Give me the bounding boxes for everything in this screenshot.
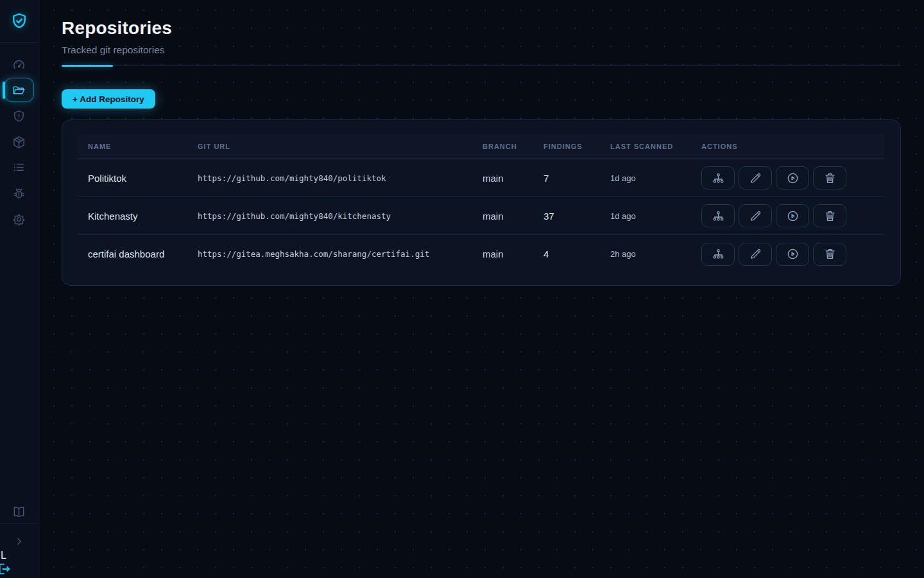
run-scan-icon [786, 209, 800, 223]
repo-branch: main [472, 211, 533, 222]
run-scan-icon [786, 247, 800, 261]
run-scan-button[interactable] [776, 204, 809, 227]
sitemap-icon [712, 171, 725, 185]
view-tree-button[interactable] [701, 204, 735, 227]
sidebar-footer-label: L [1, 550, 6, 561]
run-scan-button[interactable] [776, 243, 809, 266]
run-scan-button[interactable] [776, 166, 809, 189]
title-divider [62, 65, 901, 67]
delete-repository-button[interactable] [813, 204, 846, 227]
table-row: Kitchenasty https://github.com/mighty840… [78, 197, 885, 235]
repo-git-url: https://github.com/mighty840/politiktok [187, 173, 472, 183]
repo-last-scanned: 1d ago [600, 173, 691, 183]
edit-repository-button[interactable] [739, 243, 772, 266]
repo-actions [691, 204, 885, 227]
page-subtitle: Tracked git repositories [62, 44, 165, 56]
sidebar-item-packages[interactable] [4, 130, 34, 154]
delete-icon [823, 247, 837, 261]
main-content: Repositories Tracked git repositories + … [38, 0, 924, 578]
sidebar-item-repositories[interactable] [4, 78, 34, 102]
folder-open-icon [12, 83, 26, 98]
table-row: Politiktok https://github.com/mighty840/… [78, 159, 885, 197]
view-tree-button[interactable] [701, 166, 735, 189]
repo-actions [691, 243, 885, 266]
column-header-last-scanned: LAST SCANNED [600, 143, 691, 150]
bug-icon [12, 186, 26, 201]
view-tree-button[interactable] [701, 243, 735, 266]
sidebar-item-settings[interactable] [4, 207, 34, 231]
sidebar-item-docs[interactable] [4, 500, 34, 524]
edit-icon [749, 209, 762, 223]
edit-repository-button[interactable] [739, 166, 772, 189]
sitemap-icon [712, 247, 725, 261]
gauge-icon [12, 58, 26, 73]
edit-repository-button[interactable] [739, 204, 772, 227]
sidebar-collapse-button[interactable] [4, 529, 34, 554]
column-header-actions: ACTIONS [691, 143, 885, 150]
table-row: certifai dashboard https://gitea.meghsak… [78, 235, 885, 273]
column-header-findings: FINDINGS [533, 143, 600, 150]
page-title: Repositories [62, 18, 172, 39]
sitemap-icon [712, 209, 725, 223]
add-repository-button[interactable]: + Add Repository [62, 89, 155, 109]
repo-git-url: https://gitea.meghsakha.com/sharang/cert… [187, 249, 472, 259]
chevron-right-icon [13, 536, 25, 547]
column-header-git-url: GIT URL [187, 143, 472, 150]
logout-button[interactable] [0, 561, 13, 577]
repo-branch: main [472, 173, 533, 184]
delete-repository-button[interactable] [813, 243, 846, 266]
repo-branch: main [472, 249, 533, 259]
sidebar-item-dashboard[interactable] [4, 53, 34, 77]
repo-actions [691, 166, 885, 189]
gear-icon [12, 212, 26, 227]
delete-icon [823, 171, 837, 185]
repo-name: Kitchenasty [78, 211, 187, 222]
repo-table-body: Politiktok https://github.com/mighty840/… [78, 159, 885, 273]
edit-icon [749, 247, 762, 261]
repo-last-scanned: 2h ago [600, 249, 691, 259]
delete-icon [823, 209, 837, 223]
sidebar-item-findings[interactable] [4, 155, 34, 179]
repositories-card: NAME GIT URL BRANCH FINDINGS LAST SCANNE… [62, 119, 901, 286]
table-header-row: NAME GIT URL BRANCH FINDINGS LAST SCANNE… [78, 134, 885, 159]
column-header-name: NAME [78, 143, 187, 150]
sidebar-item-alerts[interactable] [4, 104, 34, 128]
repo-name: Politiktok [78, 173, 187, 184]
shield-alert-icon [12, 109, 26, 124]
repo-findings: 37 [533, 211, 600, 222]
title-divider-accent [62, 65, 113, 67]
repo-name: certifai dashboard [78, 249, 187, 259]
cube-icon [12, 135, 26, 150]
edit-icon [749, 171, 762, 185]
repo-last-scanned: 1d ago [600, 211, 691, 221]
sidebar: L [0, 0, 38, 578]
repo-git-url: https://github.com/mighty840/kitchenasty [187, 211, 472, 221]
sidebar-footer-divider [0, 523, 38, 524]
column-header-branch: BRANCH [472, 143, 533, 150]
run-scan-icon [786, 171, 800, 185]
logout-icon [0, 562, 13, 576]
repo-findings: 7 [533, 173, 600, 184]
app-logo[interactable] [0, 0, 38, 43]
shield-check-icon [10, 12, 29, 31]
list-icon [12, 160, 26, 175]
repo-findings: 4 [533, 249, 600, 259]
sidebar-item-issues[interactable] [4, 181, 34, 206]
book-icon [12, 505, 26, 520]
delete-repository-button[interactable] [813, 166, 846, 189]
